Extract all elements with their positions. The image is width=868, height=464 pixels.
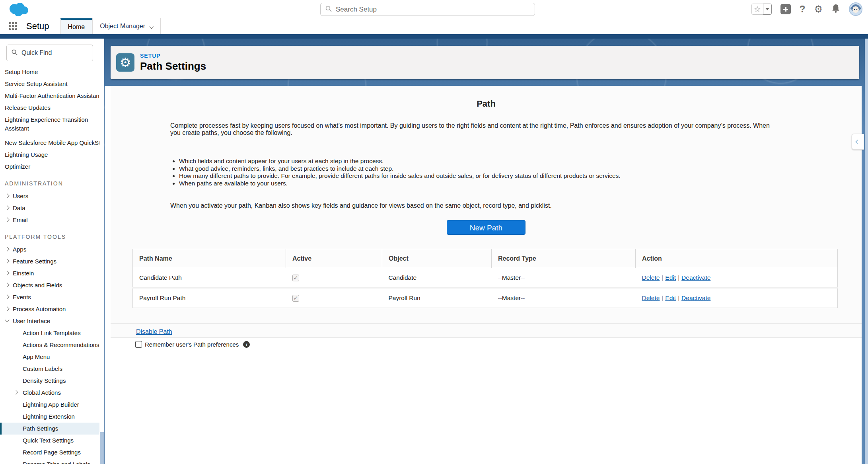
app-launcher-icon[interactable] xyxy=(9,22,18,31)
sidebar-item-label: Objects and Fields xyxy=(13,282,62,289)
sidebar-item-action-link-templates[interactable]: Action Link Templates xyxy=(0,327,99,339)
delete-link[interactable]: Delete xyxy=(642,294,660,301)
favorites-dropdown-button[interactable] xyxy=(763,4,772,15)
sidebar-item-custom-labels[interactable]: Custom Labels xyxy=(0,363,99,375)
cell-path-name: Payroll Run Path xyxy=(133,288,286,308)
chevron-down-icon xyxy=(150,23,153,30)
feature-bullet: Which fields and content appear for your… xyxy=(179,158,776,165)
cell-object: Candidate xyxy=(382,268,492,288)
sidebar-item-lightning-experience-transition-assistant[interactable]: Lightning Experience Transition Assistan… xyxy=(0,114,99,137)
page-scrollbar[interactable] xyxy=(865,39,868,464)
sidebar-item-lightning-usage[interactable]: Lightning Usage xyxy=(0,149,99,161)
sidebar-item-label: Record Page Settings xyxy=(23,449,81,456)
sidebar-item-label: App Menu xyxy=(23,353,50,360)
active-checkbox[interactable] xyxy=(292,275,299,281)
sidebar-item-data[interactable]: Data xyxy=(0,202,99,214)
column-header-path-name: Path Name xyxy=(133,249,286,268)
sidebar-item-label: Actions & Recommendations xyxy=(23,341,99,348)
feature-bullet: How many different paths to provide. For… xyxy=(179,172,776,180)
setup-gear-icon: ⚙ xyxy=(116,53,134,72)
cell-active xyxy=(286,268,382,288)
sidebar-item-events[interactable]: Events xyxy=(0,291,99,303)
sidebar-item-release-updates[interactable]: Release Updates xyxy=(0,102,99,114)
sidebar-item-users[interactable]: Users xyxy=(0,190,99,202)
sidebar-item-lightning-app-builder[interactable]: Lightning App Builder xyxy=(0,399,99,411)
sidebar-item-optimizer[interactable]: Optimizer xyxy=(0,161,99,173)
favorites-star-button[interactable] xyxy=(751,4,763,15)
remember-preferences-checkbox[interactable] xyxy=(135,341,142,348)
sidebar-item-quick-text-settings[interactable]: Quick Text Settings xyxy=(0,435,99,446)
chevron-right-icon xyxy=(5,294,9,299)
sidebar-item-record-page-settings[interactable]: Record Page Settings xyxy=(0,446,99,458)
sidebar-item-email[interactable]: Email xyxy=(0,214,99,226)
new-path-button[interactable]: New Path xyxy=(447,220,525,235)
notifications-bell-icon[interactable] xyxy=(831,4,840,15)
app-name-label: Setup xyxy=(26,21,49,31)
quick-find-input[interactable] xyxy=(21,49,81,57)
sidebar-item-feature-settings[interactable]: Feature Settings xyxy=(0,255,99,267)
help-icon[interactable]: ? xyxy=(800,4,806,15)
quick-find-search-icon xyxy=(12,49,18,57)
deactivate-link[interactable]: Deactivate xyxy=(681,294,710,301)
global-search[interactable] xyxy=(320,3,535,16)
caret-down-icon xyxy=(765,8,769,10)
sidebar-item-einstein[interactable]: Einstein xyxy=(0,267,99,279)
favorites-control xyxy=(751,4,772,15)
active-checkbox[interactable] xyxy=(292,295,299,302)
sidebar-item-setup-home[interactable]: Setup Home xyxy=(0,66,99,78)
add-icon[interactable] xyxy=(780,4,791,14)
collapse-panel-button[interactable] xyxy=(852,134,864,150)
deactivate-link[interactable]: Deactivate xyxy=(681,274,710,281)
sidebar-item-user-interface[interactable]: User Interface xyxy=(0,315,99,327)
sidebar-item-path-settings[interactable]: Path Settings xyxy=(0,423,99,435)
sidebar-item-label: Apps xyxy=(13,246,26,253)
search-icon xyxy=(325,6,332,14)
breadcrumb: SETUP xyxy=(140,53,206,59)
sidebar-item-objects-and-fields[interactable]: Objects and Fields xyxy=(0,279,99,291)
feature-bullet: When paths are available to your users. xyxy=(179,180,776,187)
column-header-action: Action xyxy=(636,249,838,268)
edit-link[interactable]: Edit xyxy=(665,294,676,301)
sidebar-item-actions-recommendations[interactable]: Actions & Recommendations xyxy=(0,339,99,351)
sidebar-item-global-actions[interactable]: Global Actions xyxy=(0,387,99,399)
info-icon[interactable]: i xyxy=(243,341,250,348)
chevron-right-icon xyxy=(5,205,9,210)
sidebar-item-label: Events xyxy=(13,294,31,300)
edit-link[interactable]: Edit xyxy=(665,274,676,281)
sidebar-item-label: Lightning Extension xyxy=(23,413,75,420)
search-input[interactable] xyxy=(336,6,535,14)
sidebar-item-rename-tabs-and-labels[interactable]: Rename Tabs and Labels xyxy=(0,458,99,464)
chevron-right-icon xyxy=(5,193,9,198)
sidebar-item-new-salesforce-mobile-app-quickstart[interactable]: New Salesforce Mobile App QuickStart xyxy=(0,137,99,149)
paths-table: Path NameActiveObjectRecord TypeAction C… xyxy=(132,249,838,308)
sidebar-scrollbar[interactable] xyxy=(99,39,104,464)
tab-home[interactable]: Home xyxy=(60,18,93,34)
cell-record-type: --Master-- xyxy=(492,288,636,308)
sidebar-item-lightning-extension[interactable]: Lightning Extension xyxy=(0,411,99,423)
delete-link[interactable]: Delete xyxy=(642,274,660,281)
chevron-right-icon xyxy=(5,271,9,275)
disable-path-link[interactable]: Disable Path xyxy=(136,328,172,335)
chevron-right-icon xyxy=(5,306,9,311)
global-header: ? ⚙ xyxy=(0,0,868,18)
sidebar-item-process-automation[interactable]: Process Automation xyxy=(0,303,99,315)
chevron-left-icon xyxy=(855,139,860,144)
sidebar-item-density-settings[interactable]: Density Settings xyxy=(0,375,99,387)
chevron-right-icon xyxy=(5,283,9,287)
content-card: Path Complete processes fast by keeping … xyxy=(105,86,862,464)
quick-find-box[interactable] xyxy=(6,45,93,61)
sidebar-item-apps[interactable]: Apps xyxy=(0,244,99,255)
chevron-right-icon xyxy=(5,259,9,263)
salesforce-logo xyxy=(6,2,31,19)
settings-gear-icon[interactable]: ⚙ xyxy=(814,4,823,14)
setup-sidebar: Setup HomeService Setup AssistantMulti-F… xyxy=(0,39,99,464)
sidebar-item-app-menu[interactable]: App Menu xyxy=(0,351,99,363)
action-separator: | xyxy=(660,274,665,281)
avatar[interactable] xyxy=(849,2,862,16)
sidebar-item-multi-factor-authentication-assistant[interactable]: Multi-Factor Authentication Assistant xyxy=(0,90,99,102)
sidebar-item-label: Rename Tabs and Labels xyxy=(23,461,90,464)
sidebar-item-label: Global Actions xyxy=(23,389,61,396)
sidebar-item-service-setup-assistant[interactable]: Service Setup Assistant xyxy=(0,78,99,90)
sidebar-section-administration: ADMINISTRATION xyxy=(0,173,99,190)
tab-object-manager[interactable]: Object Manager xyxy=(92,18,161,34)
